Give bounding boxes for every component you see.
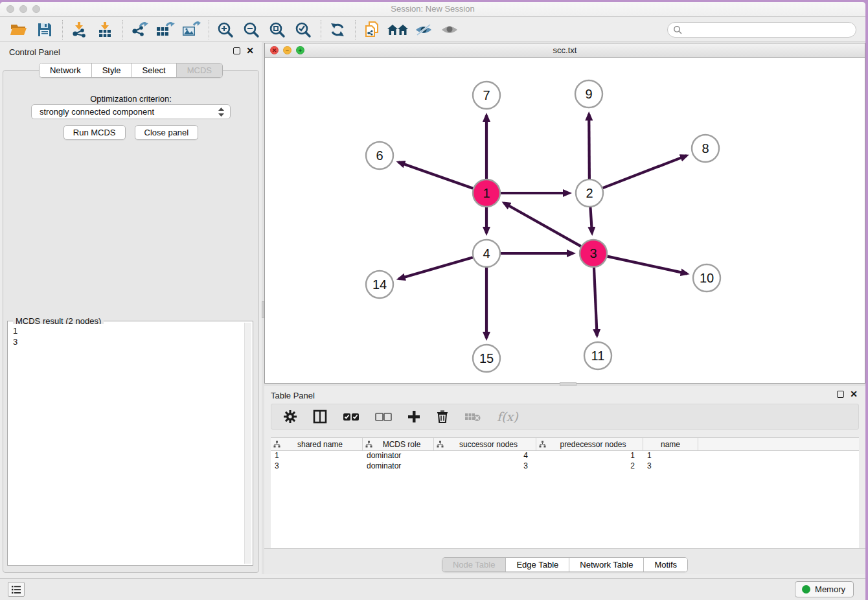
zoom-out-button[interactable] (240, 20, 262, 40)
graph-node-3[interactable]: 3 (580, 240, 607, 267)
close-panel-button[interactable]: Close panel (135, 125, 199, 140)
zoom-selected-button[interactable] (292, 20, 314, 40)
import-network-button[interactable] (68, 20, 90, 40)
export-image-button[interactable] (180, 20, 202, 40)
graph-edge-4-14[interactable] (399, 257, 473, 279)
graph-node-7[interactable]: 7 (473, 82, 500, 109)
graph-node-1[interactable]: 1 (473, 179, 500, 207)
network-canvas[interactable]: 7968124314101511 (265, 58, 865, 383)
graph-node-8[interactable]: 8 (692, 135, 719, 162)
toolbar-separator (209, 20, 209, 40)
table-cell[interactable]: 2 (536, 461, 643, 472)
memory-button[interactable]: Memory (795, 581, 854, 597)
add-row-button[interactable] (407, 410, 420, 423)
tab-mcds[interactable]: MCDS (176, 63, 222, 77)
table-tab-node-table[interactable]: Node Table (442, 558, 506, 571)
table-tabs: Node TableEdge TableNetwork TableMotifs (264, 557, 865, 572)
table-settings-button[interactable] (283, 410, 297, 424)
table-tab-motifs[interactable]: Motifs (643, 558, 687, 571)
search-field[interactable] (667, 22, 856, 38)
table-cell[interactable]: 4 (434, 451, 536, 461)
select-all-columns-button[interactable] (343, 412, 360, 421)
node-label: 11 (591, 349, 605, 363)
column-header-successor-nodes[interactable]: successor nodes (434, 438, 536, 450)
refresh-icon (329, 21, 346, 38)
delete-row-button[interactable] (436, 410, 449, 424)
graph-node-6[interactable]: 6 (366, 142, 393, 169)
column-header-shared-name[interactable]: shared name (271, 438, 363, 450)
show-column-button[interactable] (313, 410, 327, 424)
graph-node-15[interactable]: 15 (473, 345, 500, 372)
table-tab-network-table[interactable]: Network Table (569, 558, 643, 571)
unselect-all-columns-button[interactable] (375, 412, 392, 421)
graph-edge-2-8[interactable] (603, 156, 687, 188)
zoom-out-icon (243, 21, 260, 38)
zoom-in-button[interactable] (214, 20, 236, 40)
table-cell[interactable]: 3 (271, 461, 363, 472)
graph-node-4[interactable]: 4 (473, 240, 500, 267)
result-scrollbar[interactable] (244, 323, 251, 564)
open-session-button[interactable] (8, 20, 30, 40)
column-header-predecessor-nodes[interactable]: predecessor nodes (536, 438, 643, 450)
graph-node-14[interactable]: 14 (366, 271, 393, 298)
export-image-icon (181, 21, 201, 38)
delete-table-icon (464, 411, 481, 422)
graph-edge-3-11[interactable] (594, 268, 597, 336)
tab-select[interactable]: Select (131, 63, 176, 77)
run-mcds-button[interactable]: Run MCDS (63, 125, 126, 140)
graph-node-10[interactable]: 10 (693, 264, 720, 292)
tree-icon (539, 441, 546, 448)
close-panel-icon[interactable]: ✕ (246, 47, 254, 54)
zoom-selected-icon (295, 21, 312, 38)
graph-node-9[interactable]: 9 (575, 80, 602, 108)
table-cell[interactable]: 1 (271, 451, 363, 461)
table-cell[interactable]: 1 (536, 451, 643, 461)
hide-selected-button[interactable] (413, 20, 435, 40)
table-cell[interactable]: dominator (363, 451, 434, 461)
graph-node-11[interactable]: 11 (584, 342, 611, 369)
column-header-MCDS-role[interactable]: MCDS role (363, 438, 434, 450)
search-input[interactable] (685, 25, 847, 35)
refresh-button[interactable] (326, 20, 348, 40)
graph-edge-3-1[interactable] (504, 203, 581, 246)
node-label: 6 (376, 148, 383, 163)
tab-network[interactable]: Network (40, 63, 91, 77)
criterion-dropdown[interactable]: strongly connected component (31, 104, 231, 119)
import-table-button[interactable] (94, 20, 116, 40)
node-table: shared nameMCDS rolesuccessor nodesprede… (271, 437, 859, 548)
eye-icon (440, 23, 459, 37)
show-all-button[interactable] (439, 20, 461, 40)
home-button[interactable] (387, 20, 409, 40)
table-tab-edge-table[interactable]: Edge Table (505, 558, 569, 571)
zoom-fit-button[interactable] (266, 20, 288, 40)
tab-style[interactable]: Style (91, 63, 131, 77)
close-table-panel-icon[interactable]: ✕ (850, 391, 858, 398)
main-toolbar (0, 17, 865, 42)
new-network-from-selection-button[interactable] (361, 20, 383, 40)
mcds-result-text[interactable]: 1 3 (9, 324, 244, 564)
graph-node-2[interactable]: 2 (576, 179, 603, 207)
node-label: 10 (700, 271, 714, 285)
import-network-icon (71, 21, 87, 38)
save-session-button[interactable] (34, 20, 56, 40)
table-cell[interactable]: dominator (363, 461, 434, 472)
table-cell[interactable]: 1 (643, 451, 698, 461)
graph-edge-3-10[interactable] (607, 257, 687, 274)
table-cell[interactable]: 3 (643, 461, 698, 472)
network-view-window: ✕ − + scc.txt 7968124314101511 (264, 43, 865, 384)
graph-edge-2-9[interactable] (589, 114, 589, 179)
control-panel: Control Panel ✕ NetworkStyleSelectMCDS O… (0, 42, 262, 574)
table-cell[interactable]: 3 (434, 461, 536, 472)
export-network-button[interactable] (128, 20, 150, 40)
task-history-button[interactable] (8, 582, 25, 597)
export-table-button[interactable] (154, 20, 176, 40)
float-table-panel-icon[interactable] (837, 391, 844, 398)
export-network-icon (130, 21, 148, 38)
float-panel-icon[interactable] (233, 47, 240, 54)
node-label: 2 (586, 186, 593, 200)
node-label: 9 (585, 87, 592, 101)
graph-edge-2-3[interactable] (590, 207, 592, 233)
column-header-name[interactable]: name (643, 438, 698, 450)
graph-edge-1-6[interactable] (398, 162, 473, 188)
table-toolbar: f(x) (271, 404, 859, 430)
